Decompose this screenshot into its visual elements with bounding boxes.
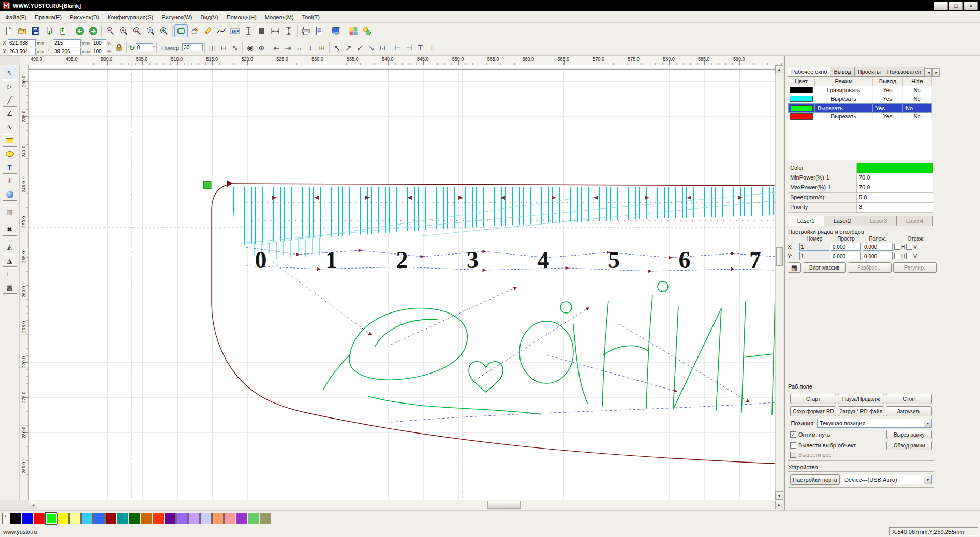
same-height-icon[interactable]: ↕ — [305, 42, 316, 53]
array-button-1[interactable]: Разброс... — [848, 262, 891, 273]
mirror-h-y-checkbox[interactable] — [894, 253, 900, 259]
y-position-input[interactable] — [8, 48, 36, 55]
file-button-1[interactable]: Загруз *.RD-файл — [838, 406, 884, 416]
align-topright-icon[interactable]: ↗ — [343, 42, 354, 53]
zoom-in-button[interactable] — [117, 24, 130, 37]
color-swatch-21[interactable] — [260, 513, 271, 524]
color-swatch-8[interactable] — [105, 513, 116, 524]
color-swatch-6[interactable] — [81, 513, 93, 524]
scale-x-input[interactable] — [92, 39, 106, 47]
import-file-button[interactable] — [42, 24, 56, 37]
menu-item-0[interactable]: Файл(F) — [1, 12, 31, 22]
open-folder-button[interactable] — [16, 24, 29, 37]
same-width-icon[interactable]: ↔ — [293, 42, 305, 53]
ellipse-tool[interactable] — [3, 147, 17, 160]
weld-icon[interactable]: ⊕ — [256, 42, 267, 53]
bmp-tool-button[interactable]: BMP — [228, 24, 242, 37]
menu-item-3[interactable]: Конфигурация(S) — [103, 12, 157, 22]
menu-item-5[interactable]: Вид(V) — [196, 12, 222, 22]
corner-tool[interactable]: ∟ — [3, 267, 17, 280]
array-button-2[interactable]: Регулир. — [893, 262, 937, 273]
zoom-all-button[interactable] — [157, 24, 171, 37]
virtual-array-icon-button[interactable]: ▦ — [788, 262, 801, 273]
drawing-canvas[interactable]: 01234567 — [29, 65, 775, 500]
menu-item-1[interactable]: Правка(E) — [31, 12, 66, 22]
rectangle-tool[interactable] — [3, 134, 17, 147]
print-tool-button[interactable] — [299, 24, 313, 37]
scroll-down-icon[interactable]: ▼ — [775, 491, 783, 500]
frame-tool-button[interactable] — [174, 24, 188, 37]
zoom-select-button[interactable] — [130, 24, 144, 37]
color-swatch-5[interactable] — [69, 513, 81, 524]
array-y-space-input[interactable] — [831, 252, 861, 260]
mirror-vertical-icon[interactable]: ⊟ — [218, 42, 229, 53]
frame-button-1[interactable]: Обвод рамки — [886, 441, 932, 450]
vertical-scroll-thumb[interactable] — [776, 247, 783, 266]
color-swatch-7[interactable] — [93, 513, 105, 524]
prev-view-button[interactable] — [73, 24, 86, 37]
vtext-tool-button[interactable] — [242, 24, 255, 37]
layer-mode-cell[interactable]: Вырезать — [815, 112, 873, 121]
layer-color-swatch[interactable] — [788, 112, 815, 121]
text-curve-icon[interactable]: ∿ — [229, 42, 241, 53]
menu-item-7[interactable]: Модель(M) — [261, 12, 298, 22]
color-swatch-2[interactable] — [34, 513, 45, 524]
color-swatch-12[interactable] — [153, 513, 164, 524]
panel-tab-3[interactable]: Пользовател — [884, 67, 925, 77]
mirror-horizontal-tool[interactable]: ◮ — [3, 254, 17, 267]
layer-hide-cell[interactable]: No — [903, 103, 932, 113]
align-right-icon[interactable]: ⊣ — [403, 42, 414, 53]
same-size-icon[interactable]: ⊞ — [316, 42, 328, 53]
machine-button-1[interactable]: Пауза/Продолж — [838, 394, 884, 404]
scroll-up-icon[interactable]: ▲ — [775, 65, 783, 73]
property-value[interactable]: 5.0 — [857, 193, 933, 203]
kern-icon[interactable]: ◉ — [244, 42, 256, 53]
minimize-button[interactable]: − — [934, 2, 948, 10]
nomer-input[interactable] — [182, 43, 203, 51]
align-bottomright-icon[interactable]: ↘ — [365, 42, 377, 53]
checkbox-option-2[interactable]: Вывести всё — [790, 452, 831, 458]
polyline-tool[interactable]: ∠ — [3, 107, 17, 120]
scroll-left-icon[interactable]: ◄ — [29, 501, 37, 509]
checkbox-option-0[interactable]: ✓Оптим. путь — [790, 431, 830, 438]
x-position-input[interactable] — [8, 39, 36, 47]
tab-scroll-left-icon[interactable]: ◄ — [925, 68, 932, 77]
bitmap-tool[interactable] — [3, 188, 17, 201]
layer-output-cell[interactable]: Yes — [873, 103, 903, 113]
simulate-tool-button[interactable] — [347, 24, 360, 37]
machine-button-2[interactable]: Стоп — [886, 394, 932, 404]
property-value[interactable]: 70.0 — [857, 173, 933, 183]
lock-proportions-icon[interactable] — [113, 42, 125, 53]
mirror-vertical-tool[interactable]: ◭ — [3, 241, 17, 253]
laser-tab-1[interactable]: Laser1 — [788, 216, 824, 226]
pen-tool-button[interactable] — [201, 24, 215, 37]
select-tool[interactable]: ↖ — [3, 67, 17, 80]
scale-y-input[interactable] — [92, 48, 106, 55]
menu-item-4[interactable]: Рисунок(W) — [157, 12, 196, 22]
layer-color-swatch[interactable] — [788, 86, 815, 95]
layer-hide-cell[interactable]: No — [903, 112, 932, 121]
ellipse-draw-button[interactable] — [188, 24, 201, 37]
device-select[interactable]: Device---(USB:Авто) ▼ — [842, 475, 932, 484]
star-tool[interactable]: ✳ — [3, 174, 17, 187]
checkbox-option-1[interactable]: Вывести выбр объект — [790, 442, 856, 449]
array-x-num-input[interactable] — [799, 243, 829, 251]
align-left-icon[interactable]: ⊢ — [392, 42, 403, 53]
align-bottomleft-icon[interactable]: ↙ — [354, 42, 365, 53]
array-y-num-input[interactable] — [799, 252, 829, 260]
layer-color-swatch[interactable] — [788, 103, 815, 113]
array-tool[interactable]: ▩ — [3, 281, 17, 294]
file-button-2[interactable]: Загрузить — [886, 406, 932, 416]
panel-tab-1[interactable]: Вывод — [830, 67, 854, 77]
h-space-icon[interactable]: ⇤ — [271, 42, 282, 53]
block-tool-button[interactable] — [255, 24, 269, 37]
array-x-pos-input[interactable] — [863, 243, 893, 251]
property-value[interactable]: 3 — [857, 203, 933, 213]
frame-button-0[interactable]: Вырез рамку — [886, 430, 932, 439]
next-view-button[interactable] — [86, 24, 100, 37]
curve-tool-button[interactable] — [215, 24, 228, 37]
layer-hide-cell[interactable]: No — [903, 86, 932, 95]
new-document-button[interactable] — [2, 24, 16, 37]
color-swatch-1[interactable] — [22, 513, 33, 524]
layer-hide-cell[interactable]: No — [903, 95, 932, 103]
